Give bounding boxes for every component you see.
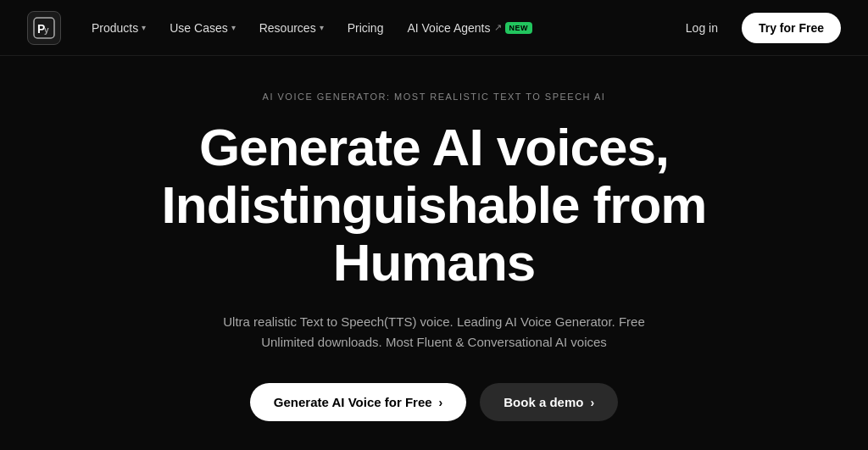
book-demo-arrow-icon: › (590, 396, 594, 409)
pricing-label: Pricing (348, 21, 384, 35)
navbar: P y Products ▾ Use Cases ▾ Resources ▾ P… (0, 0, 868, 56)
ai-voice-agents-label: AI Voice Agents (407, 21, 490, 35)
hero-subtitle: Ultra realistic Text to Speech(TTS) voic… (197, 312, 671, 353)
hero-cta-group: Generate AI Voice for Free › Book a demo… (250, 383, 618, 421)
hero-title: Generate AI voices, Indistinguishable fr… (162, 119, 707, 292)
nav-links: Products ▾ Use Cases ▾ Resources ▾ Prici… (81, 14, 542, 42)
nav-left: P y Products ▾ Use Cases ▾ Resources ▾ P… (27, 11, 542, 45)
try-for-free-button[interactable]: Try for Free (742, 13, 841, 43)
external-link-icon: ↗ (494, 22, 502, 33)
nav-item-resources[interactable]: Resources ▾ (249, 14, 334, 42)
use-cases-label: Use Cases (170, 21, 227, 35)
products-chevron-icon: ▾ (142, 23, 146, 32)
hero-title-line1: Generate AI voices, (199, 118, 669, 176)
hero-eyebrow: AI VOICE GENERATOR: MOST REALISTIC TEXT … (263, 92, 606, 102)
nav-item-products[interactable]: Products ▾ (81, 14, 156, 42)
book-demo-button[interactable]: Book a demo › (480, 383, 618, 421)
use-cases-chevron-icon: ▾ (231, 23, 236, 32)
hero-section: AI VOICE GENERATOR: MOST REALISTIC TEXT … (0, 56, 868, 450)
generate-voice-button[interactable]: Generate AI Voice for Free › (250, 383, 466, 421)
svg-text:y: y (44, 25, 49, 35)
resources-chevron-icon: ▾ (320, 23, 324, 32)
new-badge: NEW (505, 22, 533, 34)
login-button[interactable]: Log in (676, 14, 728, 42)
resources-label: Resources (259, 21, 316, 35)
generate-voice-label: Generate AI Voice for Free (274, 395, 432, 409)
nav-item-use-cases[interactable]: Use Cases ▾ (159, 14, 245, 42)
generate-voice-arrow-icon: › (439, 396, 443, 409)
nav-item-ai-voice-agents[interactable]: AI Voice Agents ↗ NEW (397, 14, 542, 42)
hero-title-line3: Humans (333, 233, 536, 292)
products-label: Products (92, 21, 138, 35)
logo[interactable]: P y (27, 11, 61, 45)
hero-title-line2: Indistinguishable from (162, 175, 707, 234)
nav-right: Log in Try for Free (676, 13, 841, 43)
nav-item-pricing[interactable]: Pricing (337, 14, 394, 42)
book-demo-label: Book a demo (504, 395, 583, 409)
